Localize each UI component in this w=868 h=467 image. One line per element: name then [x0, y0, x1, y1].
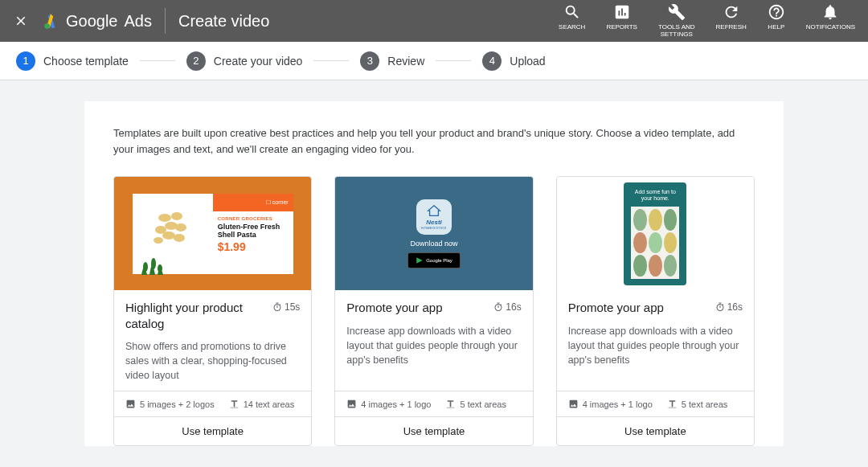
svg-point-11: [158, 264, 162, 272]
template-card-app-2: Add some fun to your home.: [556, 176, 755, 446]
duration-value: 16s: [727, 301, 743, 313]
play-badge: Google Play: [407, 252, 461, 268]
template-duration: 16s: [493, 301, 521, 313]
duration-value: 16s: [506, 301, 521, 313]
template-title: Highlight your product catalog: [125, 300, 250, 331]
svg-point-5: [175, 223, 186, 231]
image-icon: [346, 399, 357, 409]
step-divider: [313, 60, 349, 61]
svg-point-8: [154, 237, 163, 244]
header-divider: [165, 8, 166, 34]
thumb-store: CORNER GROCERIES: [218, 216, 289, 221]
tool-help[interactable]: HELP: [768, 3, 785, 31]
step-upload[interactable]: 4 Upload: [482, 51, 545, 71]
tool-label: HELP: [768, 24, 784, 31]
meta-text: 14 text areas: [244, 399, 295, 409]
timer-icon: [715, 302, 725, 312]
template-duration: 15s: [272, 301, 300, 313]
step-number: 1: [16, 51, 35, 71]
brand-logo: Google Ads: [42, 12, 152, 31]
step-choose-template[interactable]: 1 Choose template: [16, 51, 129, 71]
thumb-headline: Add some fun to your home.: [628, 189, 682, 203]
duration-value: 15s: [285, 301, 300, 313]
badge-text: Google Play: [426, 258, 452, 263]
tool-label: REPORTS: [606, 24, 637, 31]
template-title: Promote your app: [568, 300, 664, 316]
text-icon: [445, 399, 456, 409]
template-card-catalog: ☐ corner CORNER GROCERIES Gluten-Free Fr…: [113, 176, 312, 446]
content-card: Templates are built upon creative best p…: [84, 101, 784, 446]
image-icon: [568, 399, 579, 409]
use-template-button[interactable]: Use template: [114, 416, 311, 445]
use-template-button[interactable]: Use template: [557, 416, 754, 445]
template-title: Promote your app: [346, 300, 442, 316]
svg-point-6: [162, 231, 175, 240]
svg-point-9: [143, 262, 148, 272]
thumb-price: $1.99: [218, 240, 289, 253]
template-card-app-1: Nesti HOMEGOODS Download now Google Play…: [334, 176, 533, 446]
svg-point-2: [171, 212, 182, 220]
templates-row: ☐ corner CORNER GROCERIES Gluten-Free Fr…: [113, 176, 755, 446]
bell-icon: [821, 3, 839, 21]
template-meta: 5 images + 2 logos 14 text areas: [114, 391, 311, 416]
reports-icon: [613, 3, 631, 21]
brand-ads-text: Ads: [125, 12, 152, 31]
app-sub: HOMEGOODS: [421, 226, 446, 230]
page-title: Create video: [178, 12, 269, 31]
svg-point-7: [174, 234, 185, 242]
template-desc: Show offers and promotions to drive sale…: [125, 339, 300, 383]
thumb-product: Gluten-Free Fresh Shell Pasta: [218, 223, 289, 240]
text-icon: [229, 399, 240, 409]
text-icon: [667, 399, 678, 409]
tools-icon: [668, 3, 686, 21]
thumb-brand: ☐ corner: [213, 194, 293, 211]
help-icon: [768, 3, 785, 21]
close-icon[interactable]: [13, 13, 29, 29]
timer-icon: [493, 302, 503, 312]
brand-google-text: Google: [66, 12, 118, 31]
main-area: Templates are built upon creative best p…: [0, 80, 868, 446]
meta-text: 5 text areas: [460, 399, 506, 409]
meta-images: 5 images + 2 logos: [140, 399, 215, 409]
use-template-button[interactable]: Use template: [335, 416, 532, 445]
tool-label: TOOLS AND SETTINGS: [658, 24, 695, 39]
step-label: Create your video: [214, 55, 303, 68]
template-desc: Increase app downloads with a video layo…: [568, 324, 743, 367]
step-divider: [140, 60, 175, 61]
step-divider: [436, 60, 471, 61]
template-thumbnail: Nesti HOMEGOODS Download now Google Play: [335, 177, 532, 290]
meta-images: 4 images + 1 logo: [361, 399, 431, 409]
step-label: Choose template: [43, 55, 129, 68]
meta-text: 5 text areas: [682, 399, 727, 409]
tool-label: REFRESH: [716, 24, 747, 31]
step-label: Upload: [510, 55, 545, 68]
tool-label: NOTIFICATIONS: [806, 24, 855, 31]
refresh-icon: [723, 3, 740, 21]
tool-refresh[interactable]: REFRESH: [716, 3, 747, 31]
template-meta: 4 images + 1 logo 5 text areas: [557, 391, 754, 416]
step-create-video[interactable]: 2 Create your video: [186, 51, 303, 71]
tool-reports[interactable]: REPORTS: [606, 3, 637, 31]
svg-point-0: [44, 23, 50, 29]
step-number: 4: [482, 51, 502, 71]
step-number: 2: [186, 51, 206, 71]
svg-point-1: [158, 214, 171, 222]
meta-images: 4 images + 1 logo: [583, 399, 653, 409]
template-thumbnail: Add some fun to your home.: [557, 177, 754, 290]
tool-settings[interactable]: TOOLS AND SETTINGS: [658, 3, 695, 39]
step-review[interactable]: 3 Review: [360, 51, 424, 71]
app-name: Nesti: [426, 219, 442, 226]
template-duration: 16s: [715, 301, 743, 313]
tool-notifications[interactable]: NOTIFICATIONS: [806, 3, 855, 31]
intro-text: Templates are built upon creative best p…: [113, 125, 755, 157]
header-tools: SEARCH REPORTS TOOLS AND SETTINGS REFRES…: [559, 3, 855, 39]
template-desc: Increase app downloads with a video layo…: [346, 324, 521, 367]
stepper: 1 Choose template 2 Create your video 3 …: [0, 42, 868, 80]
google-ads-icon: [42, 12, 59, 30]
template-meta: 4 images + 1 logo 5 text areas: [335, 391, 532, 416]
svg-point-10: [151, 258, 156, 269]
step-label: Review: [387, 55, 424, 68]
tool-search[interactable]: SEARCH: [559, 3, 585, 31]
download-text: Download now: [410, 240, 457, 248]
step-number: 3: [360, 51, 379, 71]
